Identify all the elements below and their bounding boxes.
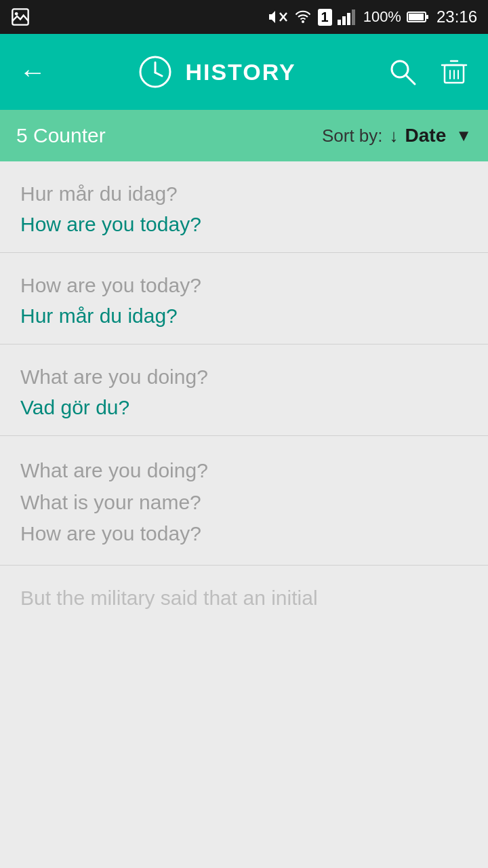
app-bar-title-group: HISTORY (138, 54, 296, 90)
list-item[interactable]: What are you doing? What is your name? H… (0, 436, 488, 566)
svg-line-16 (406, 75, 415, 84)
item-line-2: What is your name? (20, 491, 201, 513)
svg-rect-10 (409, 14, 424, 20)
app-bar-title: HISTORY (185, 59, 296, 85)
counter-label: 5 Counter (16, 124, 106, 147)
clock-icon (138, 54, 173, 90)
trash-button[interactable] (439, 57, 469, 87)
status-left-icons (11, 7, 30, 26)
svg-point-1 (15, 12, 18, 16)
search-button[interactable] (388, 57, 418, 87)
item-line-1: What are you doing? (20, 459, 208, 481)
search-icon (388, 57, 418, 87)
dropdown-arrow-icon: ▼ (455, 126, 472, 145)
list-item[interactable]: What are you doing? Vad gör du? (0, 344, 488, 436)
back-button[interactable]: ← (19, 58, 46, 85)
sort-direction-icon: ↓ (390, 125, 399, 146)
svg-rect-11 (426, 15, 428, 19)
gallery-icon (11, 7, 30, 26)
item-primary-text: How are you today? (20, 272, 468, 298)
item-line-3: How are you today? (20, 522, 201, 545)
battery-percent: 100% (363, 8, 401, 26)
sort-bar: 5 Counter Sort by: ↓ Date ▼ (0, 110, 488, 161)
svg-rect-7 (347, 13, 350, 25)
wifi-icon (293, 9, 312, 25)
item-truncated-text: But the military said that an initial (20, 585, 468, 611)
history-list: Hur mår du idag? How are you today? How … (0, 161, 488, 626)
svg-rect-6 (342, 16, 346, 25)
app-bar-icons (388, 57, 469, 87)
back-arrow-icon: ← (19, 58, 46, 85)
trash-icon (439, 57, 469, 87)
item-primary-text: What are you doing? (20, 363, 468, 390)
item-multi-text: What are you doing? What is your name? H… (20, 455, 468, 550)
svg-rect-5 (338, 20, 341, 25)
item-secondary-text: How are you today? (20, 211, 468, 237)
item-secondary-text: Hur mår du idag? (20, 302, 468, 329)
svg-rect-8 (352, 9, 355, 25)
list-item[interactable]: But the military said that an initial (0, 566, 488, 626)
svg-point-4 (302, 21, 304, 22)
status-right-icons: 1 100% 23:16 (268, 7, 477, 26)
item-primary-text: Hur mår du idag? (20, 180, 468, 207)
svg-line-14 (155, 73, 162, 76)
mute-icon (268, 9, 288, 25)
sort-controls[interactable]: Sort by: ↓ Date ▼ (322, 125, 472, 146)
app-bar: ← HISTORY (0, 34, 488, 110)
signal-icon (338, 9, 358, 25)
sort-by-label: Sort by: (322, 125, 383, 146)
item-secondary-text: Vad gör du? (20, 394, 468, 420)
list-item[interactable]: Hur mår du idag? How are you today? (0, 161, 488, 253)
sim-badge: 1 (318, 9, 332, 26)
list-item[interactable]: How are you today? Hur mår du idag? (0, 253, 488, 344)
status-bar: 1 100% 23:16 (0, 0, 488, 34)
status-time: 23:16 (436, 7, 477, 26)
sort-value: Date (405, 125, 447, 146)
battery-icon (407, 11, 428, 23)
